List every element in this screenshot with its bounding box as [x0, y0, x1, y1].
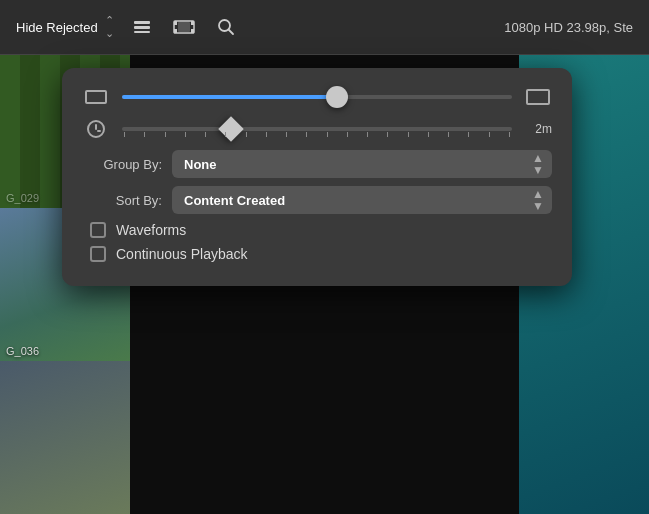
duration-slider[interactable] — [122, 118, 512, 140]
clip-large-icon — [524, 89, 552, 105]
group-by-select[interactable]: None Content Created Last Modified File … — [172, 150, 552, 178]
thumbnail-bottom-left — [0, 361, 130, 514]
display-options-popup: 2m Group By: None Content Created Last M… — [62, 68, 572, 286]
waveforms-checkbox[interactable] — [90, 222, 106, 238]
duration-end-label: 2m — [524, 122, 552, 136]
duration-slider-row: 2m — [82, 118, 552, 140]
svg-rect-2 — [134, 31, 150, 33]
svg-rect-5 — [174, 29, 177, 33]
waveforms-label: Waveforms — [116, 222, 186, 238]
thumb-label-g029: G_029 — [6, 192, 39, 204]
continuous-playback-row: Continuous Playback — [82, 246, 552, 262]
chevron-updown-icon: ⌃⌄ — [105, 14, 114, 40]
continuous-playback-label: Continuous Playback — [116, 246, 248, 262]
toolbar-left: Hide Rejected ⌃⌄ — [16, 13, 490, 41]
clip-size-slider[interactable] — [122, 86, 512, 108]
svg-rect-8 — [178, 22, 190, 32]
group-by-row: Group By: None Content Created Last Modi… — [82, 150, 552, 178]
sort-by-select[interactable]: Content Created None Last Modified File … — [172, 186, 552, 214]
clip-small-icon — [82, 90, 110, 104]
svg-rect-1 — [134, 26, 150, 29]
group-by-label: Group By: — [82, 157, 162, 172]
sort-by-select-wrapper[interactable]: Content Created None Last Modified File … — [172, 186, 552, 214]
filmstrip-view-icon[interactable] — [170, 13, 198, 41]
hide-rejected-label: Hide Rejected — [16, 20, 98, 35]
stopwatch-icon — [82, 120, 110, 138]
svg-rect-6 — [191, 21, 194, 25]
svg-line-10 — [228, 30, 233, 35]
list-view-icon[interactable] — [128, 13, 156, 41]
group-by-select-wrapper[interactable]: None Content Created Last Modified File … — [172, 150, 552, 178]
svg-rect-7 — [191, 29, 194, 33]
clip-size-slider-row — [82, 86, 552, 108]
svg-rect-4 — [174, 21, 177, 25]
sort-by-label: Sort By: — [82, 193, 162, 208]
continuous-playback-checkbox[interactable] — [90, 246, 106, 262]
waveforms-row: Waveforms — [82, 222, 552, 238]
thumb-label-g036: G_036 — [6, 345, 39, 357]
search-icon[interactable] — [212, 13, 240, 41]
info-label: 1080p HD 23.98p, Ste — [504, 20, 633, 35]
svg-rect-0 — [134, 21, 150, 24]
sort-by-row: Sort By: Content Created None Last Modif… — [82, 186, 552, 214]
hide-rejected-button[interactable]: Hide Rejected ⌃⌄ — [16, 14, 114, 40]
toolbar: Hide Rejected ⌃⌄ — [0, 0, 649, 55]
